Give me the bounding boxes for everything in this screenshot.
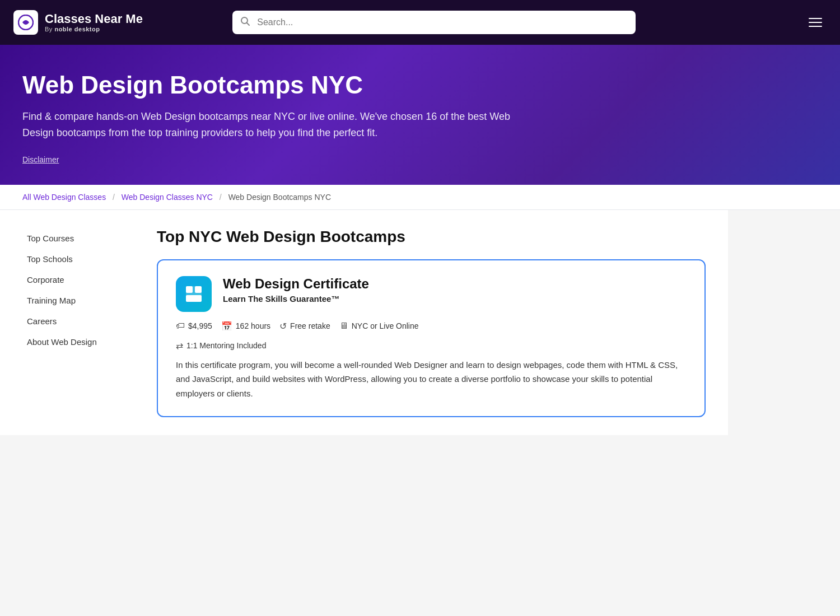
svg-rect-6	[186, 295, 202, 302]
hamburger-line-2	[809, 22, 822, 23]
meta-location: 🖥 NYC or Live Online	[339, 321, 419, 331]
hamburger-line-1	[809, 18, 822, 19]
sidebar-item-corporate[interactable]: Corporate	[22, 269, 134, 290]
hero-description: Find & compare hands-on Web Design bootc…	[22, 109, 526, 141]
price-icon: 🏷	[176, 321, 185, 331]
breadcrumb-sep-1: /	[113, 193, 115, 202]
sidebar-item-top-schools[interactable]: Top Schools	[22, 249, 134, 269]
meta-retake: ↺ Free retake	[279, 321, 330, 332]
hamburger-menu[interactable]	[804, 13, 827, 31]
content-area: Top NYC Web Design Bootcamps Web Design …	[157, 228, 706, 418]
course-description: In this certificate program, you will be…	[176, 358, 687, 401]
breadcrumb-item-3: Web Design Bootcamps NYC	[228, 193, 331, 202]
breadcrumb-sep-2: /	[220, 193, 222, 202]
breadcrumb: All Web Design Classes / Web Design Clas…	[0, 185, 840, 210]
sidebar-item-about-web-design[interactable]: About Web Design	[22, 332, 134, 352]
breadcrumb-item-2[interactable]: Web Design Classes NYC	[122, 193, 213, 202]
course-icon	[176, 276, 212, 312]
search-bar[interactable]	[232, 11, 636, 34]
card-title-area: Web Design Certificate Learn The Skills …	[223, 276, 369, 304]
svg-line-2	[247, 23, 250, 26]
hamburger-line-3	[809, 26, 822, 27]
hero-section: Web Design Bootcamps NYC Find & compare …	[0, 45, 840, 185]
sidebar-item-top-courses[interactable]: Top Courses	[22, 228, 134, 249]
retake-icon: ↺	[279, 321, 287, 332]
card-header: Web Design Certificate Learn The Skills …	[176, 276, 687, 312]
course-subtitle: Learn The Skills Guarantee™	[223, 294, 369, 304]
meta-mentoring: ⇄ 1:1 Mentoring Included	[176, 340, 687, 351]
search-input[interactable]	[232, 11, 636, 34]
retake-value: Free retake	[290, 321, 330, 330]
svg-rect-4	[186, 286, 193, 293]
logo-icon	[13, 10, 38, 35]
meta-price: 🏷 $4,995	[176, 321, 212, 331]
mentoring-icon: ⇄	[176, 340, 183, 351]
card-meta: 🏷 $4,995 📅 162 hours ↺ Free retake 🖥 NYC…	[176, 321, 687, 351]
logo[interactable]: Classes Near Me By noble desktop	[13, 10, 143, 35]
site-header: Classes Near Me By noble desktop	[0, 0, 840, 45]
mentoring-value: 1:1 Mentoring Included	[186, 341, 266, 350]
sidebar-item-training-map[interactable]: Training Map	[22, 290, 134, 311]
svg-rect-5	[195, 286, 202, 293]
meta-hours: 📅 162 hours	[221, 321, 270, 332]
logo-title: Classes Near Me	[45, 12, 143, 26]
course-card: Web Design Certificate Learn The Skills …	[157, 259, 706, 418]
sidebar-nav: Top Courses Top Schools Corporate Traini…	[22, 228, 134, 352]
price-value: $4,995	[188, 321, 212, 330]
location-value: NYC or Live Online	[352, 321, 419, 330]
disclaimer-link[interactable]: Disclaimer	[22, 155, 59, 164]
breadcrumb-item-1[interactable]: All Web Design Classes	[22, 193, 106, 202]
hours-value: 162 hours	[236, 321, 270, 330]
hero-title: Web Design Bootcamps NYC	[22, 72, 818, 99]
section-title: Top NYC Web Design Bootcamps	[157, 228, 706, 246]
sidebar: Top Courses Top Schools Corporate Traini…	[22, 228, 134, 418]
logo-text: Classes Near Me By noble desktop	[45, 12, 143, 32]
main-content: Top Courses Top Schools Corporate Traini…	[0, 210, 728, 436]
hours-icon: 📅	[221, 321, 232, 332]
logo-subtitle: By noble desktop	[45, 26, 143, 32]
search-icon	[240, 16, 250, 29]
course-title: Web Design Certificate	[223, 276, 369, 292]
sidebar-item-careers[interactable]: Careers	[22, 311, 134, 332]
location-icon: 🖥	[339, 321, 348, 331]
